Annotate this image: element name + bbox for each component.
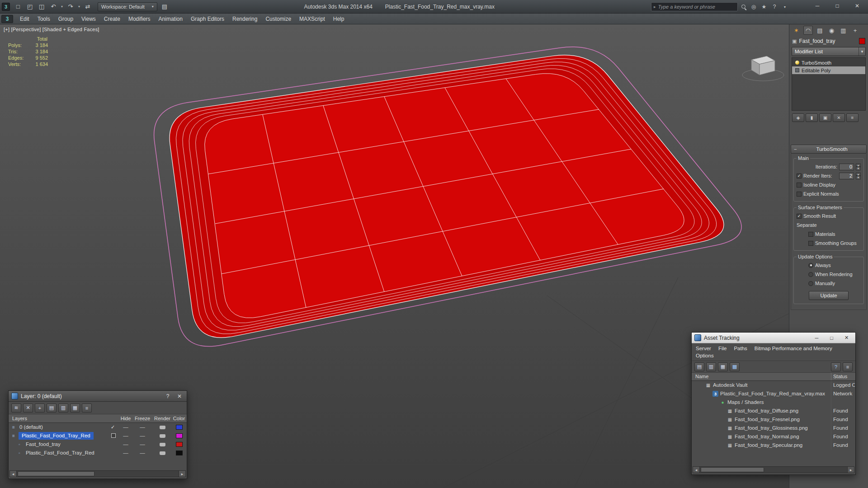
menu-options[interactable]: Options: [696, 352, 714, 359]
when-rendering-radio[interactable]: [808, 272, 813, 277]
hierarchy-tab-icon[interactable]: ▤: [815, 26, 825, 35]
update-button[interactable]: Update: [809, 291, 849, 300]
scroll-right-icon[interactable]: ▸: [847, 467, 854, 473]
list-view-icon[interactable]: ▥: [706, 362, 716, 371]
menu-tools[interactable]: Tools: [33, 14, 54, 24]
explicit-normals-checkbox[interactable]: [797, 192, 802, 197]
modify-tab-icon[interactable]: ◠: [803, 26, 813, 35]
help-icon[interactable]: ?: [771, 4, 778, 10]
help-dropdown-icon[interactable]: ▾: [781, 5, 788, 9]
asset-row-fresnel[interactable]: ▦ Fast_food_tray_Fresnel.png Found: [692, 415, 855, 424]
settings-icon[interactable]: ≡: [843, 362, 853, 371]
display-tab-icon[interactable]: ▥: [839, 26, 848, 35]
redo-dropdown-icon[interactable]: ▾: [77, 5, 81, 9]
search-input[interactable]: [658, 4, 735, 9]
hide-unhide-all-icon[interactable]: ≡: [82, 404, 92, 413]
scrollbar-thumb[interactable]: [701, 467, 764, 472]
layer-color-swatch[interactable]: [176, 450, 183, 455]
layer-row-plastic-tray[interactable]: ≡ Plastic_Fast_Food_Tray_Red — —: [9, 432, 187, 440]
renderable-icon[interactable]: [160, 434, 165, 438]
scroll-right-icon[interactable]: ▸: [179, 471, 185, 477]
set-project-folder-icon[interactable]: ⇄: [82, 2, 93, 12]
tray-model[interactable]: [154, 47, 741, 347]
open-file-icon[interactable]: ◰: [24, 2, 35, 12]
layer-row-fast-food-tray[interactable]: ▫ Fast_food_tray — —: [9, 440, 187, 449]
asset-row-maxfile[interactable]: 3 Plastic_Fast_Food_Tray_Red_max_vray.ma…: [692, 389, 855, 398]
workspace-dropdown[interactable]: Workspace: Default ▾: [98, 2, 157, 11]
favorites-star-icon[interactable]: ★: [760, 4, 768, 10]
rollout-header[interactable]: − TurboSmooth: [791, 145, 867, 154]
stack-item-editable-poly[interactable]: Editable Poly: [792, 66, 865, 74]
menu-file[interactable]: File: [718, 345, 727, 352]
remove-modifier-icon[interactable]: ✕: [833, 113, 845, 122]
viewport-label[interactable]: [+] [Perspective] [Shaded + Edged Faces]: [4, 27, 99, 32]
pin-stack-icon[interactable]: ◈: [792, 113, 804, 122]
layer-color-swatch[interactable]: [176, 442, 183, 447]
layer-color-swatch[interactable]: [176, 433, 183, 438]
refresh-icon[interactable]: ▤: [694, 362, 704, 371]
scrollbar-thumb[interactable]: [18, 471, 94, 476]
menu-create[interactable]: Create: [100, 14, 124, 24]
layer-dialog-titlebar[interactable]: Layer: 0 (default) ? ✕: [9, 391, 187, 402]
layer-row-plastic-tray-object[interactable]: ▫ Plastic_Fast_Food_Tray_Red — —: [9, 449, 187, 457]
layer-icon[interactable]: ≡: [12, 425, 15, 430]
menu-paths[interactable]: Paths: [734, 345, 747, 352]
collapse-icon[interactable]: −: [794, 146, 798, 152]
menu-maxscript[interactable]: MAXScript: [295, 14, 329, 24]
iterations-spinner[interactable]: ▲▼: [856, 164, 861, 170]
close-icon[interactable]: ✕: [175, 392, 184, 400]
menu-modifiers[interactable]: Modifiers: [124, 14, 155, 24]
render-iters-checkbox[interactable]: ✓: [797, 174, 802, 178]
help-icon[interactable]: ?: [831, 362, 841, 371]
render-iters-spinner[interactable]: ▲▼: [856, 173, 861, 179]
modifier-list-dropdown[interactable]: Modifier List ▼: [792, 47, 866, 56]
current-layer-check-icon[interactable]: ✓: [111, 424, 115, 430]
make-unique-icon[interactable]: ▣: [819, 113, 831, 122]
menu-graph-editors[interactable]: Graph Editors: [187, 14, 228, 24]
asset-row-diffuse[interactable]: ▦ Fast_food_tray_Diffuse.png Found: [692, 407, 855, 415]
object-color-swatch[interactable]: [859, 38, 865, 44]
menu-server[interactable]: Server: [696, 345, 711, 352]
asset-row-glossiness[interactable]: ▦ Fast_food_tray_Glossiness.png Found: [692, 424, 855, 432]
asset-tracking-titlebar[interactable]: Asset Tracking ─ □ ✕: [692, 333, 855, 343]
menu-bitmap-performance[interactable]: Bitmap Performance and Memory: [755, 345, 832, 352]
menu-help[interactable]: Help: [329, 14, 349, 24]
scroll-left-icon[interactable]: ◂: [693, 467, 700, 473]
object-name[interactable]: Fast_food_tray: [799, 38, 857, 44]
maximize-button[interactable]: □: [827, 0, 847, 12]
layer-color-swatch[interactable]: [176, 425, 183, 430]
maximize-icon[interactable]: □: [826, 334, 838, 342]
minimize-button[interactable]: ─: [807, 0, 827, 12]
new-scene-icon[interactable]: □: [13, 2, 24, 12]
select-highlighted-icon[interactable]: ▤: [47, 404, 57, 413]
menu-group[interactable]: Group: [54, 14, 77, 24]
object-icon[interactable]: ▫: [19, 442, 20, 447]
modifier-enabled-bulb-icon[interactable]: [795, 61, 799, 65]
create-tab-icon[interactable]: ✶: [792, 26, 801, 35]
isoline-checkbox[interactable]: [797, 183, 802, 188]
scroll-left-icon[interactable]: ◂: [10, 471, 17, 477]
delete-layer-icon[interactable]: ✕: [23, 404, 33, 413]
details-view-icon[interactable]: ▦: [718, 362, 728, 371]
help-icon[interactable]: ?: [163, 392, 172, 400]
menu-views[interactable]: Views: [77, 14, 100, 24]
stack-item-turbosmooth[interactable]: TurboSmooth: [792, 59, 865, 66]
layer-row-default[interactable]: ≡ 0 (default) ✓ — —: [9, 423, 187, 432]
renderable-icon[interactable]: [160, 443, 165, 446]
minimize-icon[interactable]: ─: [811, 334, 823, 342]
set-current-box[interactable]: [111, 433, 116, 438]
motion-tab-icon[interactable]: ◉: [827, 26, 836, 35]
max-logo-icon[interactable]: 3: [1, 15, 13, 23]
search-arrow-icon[interactable]: ▸: [654, 5, 656, 9]
manually-radio[interactable]: [808, 281, 813, 286]
undo-icon[interactable]: ↶: [48, 2, 59, 12]
redo-icon[interactable]: ↷: [65, 2, 76, 12]
search-icon[interactable]: [741, 4, 747, 10]
layer-icon[interactable]: ≡: [12, 433, 15, 438]
asset-row-specular[interactable]: ▦ Fast_food_tray_Specular.png Found: [692, 441, 855, 450]
materials-checkbox[interactable]: [808, 232, 813, 237]
workspace-settings-icon[interactable]: ▤: [159, 2, 170, 12]
menu-rendering[interactable]: Rendering: [228, 14, 261, 24]
communication-center-icon[interactable]: ◎: [750, 4, 757, 10]
menu-customize[interactable]: Customize: [261, 14, 295, 24]
